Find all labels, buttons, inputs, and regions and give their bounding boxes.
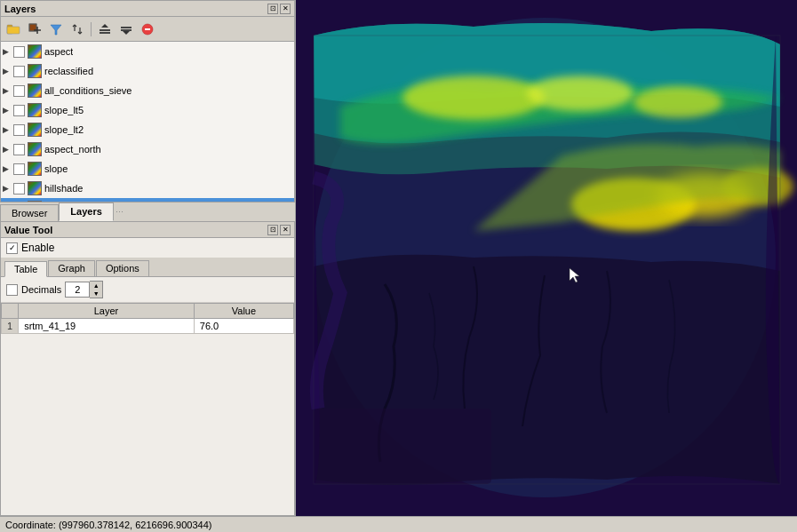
svg-point-20 xyxy=(527,75,634,111)
map-panel[interactable] xyxy=(296,0,797,516)
left-bottom-section: Value Tool ⊡ ✕ Enable Table Graph Option… xyxy=(0,222,295,516)
value-tool-panel: Value Tool ⊡ ✕ Enable Table Graph Option… xyxy=(0,222,295,516)
close-button[interactable]: ✕ xyxy=(280,4,291,14)
layer-item-slope-lt5[interactable]: ▶ slope_lt5 xyxy=(1,100,294,120)
remove-icon xyxy=(140,22,155,36)
vt-tab-graph[interactable]: Graph xyxy=(48,260,95,276)
layer-checkbox-aspect[interactable] xyxy=(13,46,25,58)
vt-tab-options[interactable]: Options xyxy=(96,260,149,276)
value-tool-titlebar-btns: ⊡ ✕ xyxy=(267,225,291,235)
layers-titlebar-left: Layers xyxy=(4,4,36,14)
layer-icon-hillshade xyxy=(27,180,43,196)
row-layer-1: srtm_41_19 xyxy=(19,319,195,334)
layer-name-all-conditions-sieve: all_conditions_sieve xyxy=(44,85,132,96)
sort-icon xyxy=(70,22,84,36)
svg-marker-6 xyxy=(51,25,61,35)
decimals-input[interactable] xyxy=(65,282,90,298)
open-layer-button[interactable] xyxy=(4,20,23,39)
layers-titlebar: Layers ⊡ ✕ xyxy=(1,1,294,17)
expand-arrow: ▶ xyxy=(3,125,12,134)
move-down-button[interactable] xyxy=(116,20,136,39)
svg-marker-11 xyxy=(101,24,108,28)
expand-arrow: ▶ xyxy=(3,164,12,173)
layer-item-slope[interactable]: ▶ slope xyxy=(1,159,294,179)
expand-arrow: ▶ xyxy=(3,47,12,56)
svg-rect-12 xyxy=(121,27,132,28)
value-tool-close-button[interactable]: ✕ xyxy=(280,225,291,235)
layer-icon-all-conditions-sieve xyxy=(27,83,43,99)
svg-point-21 xyxy=(634,86,722,118)
layer-name-slope-lt2: slope_lt2 xyxy=(44,124,84,135)
layer-item-aspect[interactable]: ▶ aspect xyxy=(1,42,294,61)
filter-button[interactable] xyxy=(46,20,66,39)
layer-checkbox-slope-lt5[interactable] xyxy=(13,105,25,116)
expand-arrow: ▶ xyxy=(3,145,12,154)
layer-name-slope-lt5: slope_lt5 xyxy=(44,105,84,115)
left-panel: Layers ⊡ ✕ xyxy=(0,0,296,516)
tab-browser[interactable]: Browser xyxy=(0,204,59,221)
row-value-1: 76.0 xyxy=(194,319,293,334)
layers-toolbar xyxy=(1,17,294,42)
expand-arrow: ▶ xyxy=(3,67,12,75)
tab-layers[interactable]: Layers xyxy=(59,202,113,221)
terrain-map xyxy=(296,0,797,516)
svg-rect-9 xyxy=(100,29,110,31)
enable-row: Enable xyxy=(1,238,294,258)
layer-item-slope-lt2[interactable]: ▶ slope_lt2 xyxy=(1,120,294,139)
spinner-down-button[interactable]: ▼ xyxy=(90,290,102,298)
spinner-up-button[interactable]: ▲ xyxy=(90,282,102,290)
layer-checkbox-all-conditions-sieve[interactable] xyxy=(13,85,25,97)
layer-checkbox-aspect-north[interactable] xyxy=(13,144,25,155)
decimals-checkbox[interactable] xyxy=(6,284,18,296)
coordinate-text: Coordinate: (997960.378142, 6216696.9003… xyxy=(5,520,211,530)
restore-button[interactable]: ⊡ xyxy=(267,4,278,14)
col-header-num xyxy=(2,304,19,319)
move-up-button[interactable] xyxy=(95,20,115,39)
enable-label: Enable xyxy=(21,242,54,254)
bottom-tabs: Browser Layers ⋯ xyxy=(0,202,295,222)
svg-rect-13 xyxy=(121,29,132,31)
layer-item-reclassified[interactable]: ▶ reclassified xyxy=(1,61,294,81)
layer-checkbox-hillshade[interactable] xyxy=(13,183,25,195)
add-layer-button[interactable] xyxy=(25,20,44,39)
layer-item-aspect-north[interactable]: ▶ aspect_north xyxy=(1,139,294,159)
value-tool-titlebar: Value Tool ⊡ ✕ xyxy=(1,222,294,238)
table-container: Layer Value 1 srtm_41_19 76.0 xyxy=(1,303,294,515)
layers-panel-title: Layers xyxy=(4,4,36,14)
value-tool-title: Value Tool xyxy=(4,225,52,235)
table-row: 1 srtm_41_19 76.0 xyxy=(2,319,294,334)
svg-rect-1 xyxy=(7,27,20,34)
svg-rect-10 xyxy=(100,32,110,34)
vt-tab-table[interactable]: Table xyxy=(4,261,47,277)
layer-list[interactable]: ▶ aspect ▶ reclassified ▶ all_conditions… xyxy=(1,42,294,202)
layer-name-slope: slope xyxy=(44,163,68,174)
layer-checkbox-slope-lt2[interactable] xyxy=(13,124,25,136)
expand-arrow: ▶ xyxy=(3,86,12,95)
layer-name-reclassified: reclassified xyxy=(44,66,93,76)
svg-marker-14 xyxy=(123,31,130,35)
decimals-label: Decimals xyxy=(21,284,61,295)
layer-icon-aspect-north xyxy=(27,141,43,157)
tab-separator: ⋯ xyxy=(114,204,125,220)
main-container: Layers ⊡ ✕ xyxy=(0,0,797,516)
sort-button[interactable] xyxy=(68,20,87,39)
layers-panel: Layers ⊡ ✕ xyxy=(0,0,295,202)
layer-item-hillshade[interactable]: ▶ hillshade xyxy=(1,179,294,198)
status-bar: Coordinate: (997960.378142, 6216696.9003… xyxy=(0,516,797,532)
value-tool-restore-button[interactable]: ⊡ xyxy=(267,225,278,235)
layer-item-all-conditions-sieve[interactable]: ▶ all_conditions_sieve xyxy=(1,81,294,100)
col-header-value: Value xyxy=(194,304,293,319)
layer-checkbox-slope[interactable] xyxy=(13,163,25,175)
add-layer-icon xyxy=(28,22,42,36)
remove-layer-button[interactable] xyxy=(138,20,157,39)
layer-checkbox-reclassified[interactable] xyxy=(13,66,25,77)
row-num-1: 1 xyxy=(2,319,19,334)
enable-checkbox[interactable] xyxy=(6,242,18,254)
layer-icon-slope xyxy=(27,161,43,177)
svg-point-19 xyxy=(402,75,545,120)
filter-icon xyxy=(49,22,63,36)
expand-arrow: ▶ xyxy=(3,184,12,193)
move-up-icon xyxy=(98,22,112,36)
spinner-buttons: ▲ ▼ xyxy=(90,281,103,298)
layer-icon-slope-lt5 xyxy=(27,102,43,118)
